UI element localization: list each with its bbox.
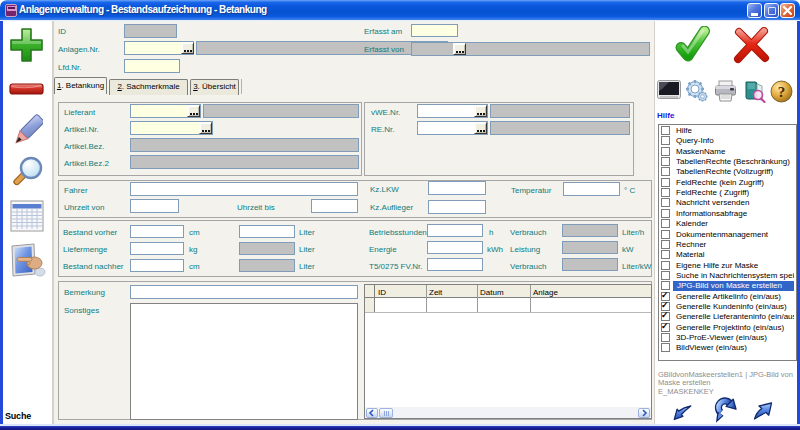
- svg-text:?: ?: [778, 84, 786, 100]
